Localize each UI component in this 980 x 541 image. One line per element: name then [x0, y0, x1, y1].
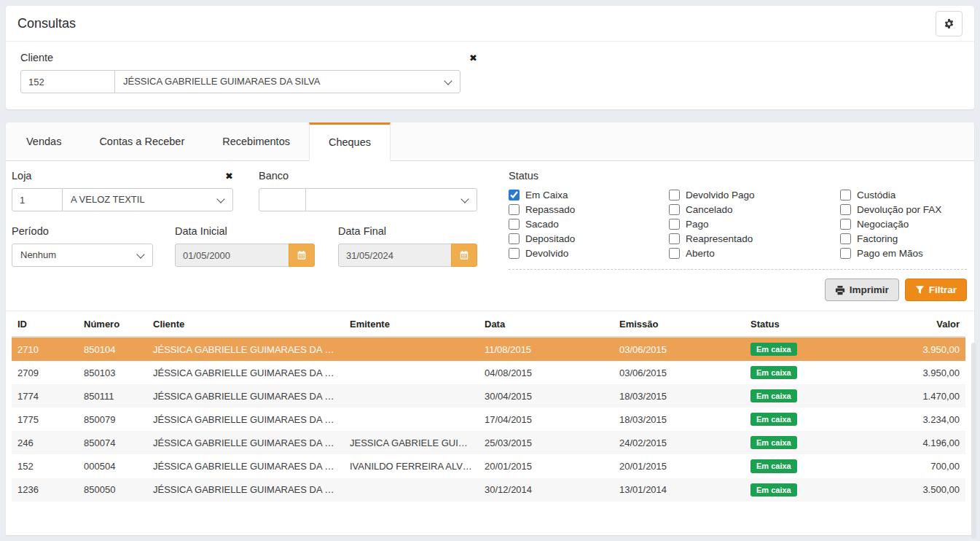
- data-final-filter: Data Final: [338, 225, 477, 267]
- checkbox-aberto[interactable]: [669, 248, 680, 259]
- imprimir-button[interactable]: Imprimir: [825, 279, 899, 301]
- status-option-devolvido[interactable]: Devolvido: [509, 248, 669, 259]
- checkbox-em-caixa[interactable]: [509, 190, 520, 201]
- tab-contas-a-receber[interactable]: Contas a Receber: [80, 122, 203, 160]
- checkbox-devolucao-por-fax[interactable]: [840, 204, 851, 215]
- checkbox-devolvido-pago[interactable]: [669, 190, 680, 201]
- data-inicial-label: Data Inicial: [175, 225, 227, 237]
- cell-status: Em caixa: [745, 361, 850, 384]
- cheques-table: IDNúmeroClienteEmitenteDataEmissãoStatus…: [12, 311, 965, 502]
- checkbox-pago-em-maos[interactable]: [840, 248, 851, 259]
- table-row[interactable]: 1236850050JÉSSICA GABRIELLE GUIMARAES DA…: [12, 478, 965, 502]
- cell-id: 152: [12, 454, 78, 478]
- filter-actions: Imprimir Filtrar: [509, 279, 967, 301]
- table-body: 2710850104JÉSSICA GABRIELLE GUIMARAES DA…: [12, 337, 965, 502]
- checkbox-cancelado[interactable]: [669, 204, 680, 215]
- filter-funnel-icon: [915, 285, 925, 295]
- cell-emissao: 20/01/2015: [614, 454, 745, 478]
- cell-id: 2709: [12, 361, 78, 384]
- column-header-data: Data: [479, 311, 614, 337]
- data-final-input[interactable]: [338, 244, 452, 267]
- status-option-aberto[interactable]: Aberto: [669, 248, 840, 259]
- table-row[interactable]: 1775850079JÉSSICA GABRIELLE GUIMARAES DA…: [12, 408, 965, 431]
- cell-data: 30/12/2014: [479, 478, 614, 502]
- status-option-pago[interactable]: Pago: [669, 219, 840, 230]
- status-options: Em CaixaRepassadoSacadoDepositadoDevolvi…: [509, 190, 967, 259]
- status-option-devolvido-pago[interactable]: Devolvido Pago: [669, 190, 840, 201]
- status-option-em-caixa[interactable]: Em Caixa: [509, 190, 669, 201]
- loja-clear-icon[interactable]: ✖: [225, 171, 233, 181]
- banco-select[interactable]: [305, 188, 477, 211]
- tab-cheques[interactable]: Cheques: [309, 122, 391, 161]
- scrollbar-thumb[interactable]: [971, 343, 976, 538]
- client-clear-icon[interactable]: ✖: [469, 53, 477, 63]
- loja-select[interactable]: A VELOZ TEXTIL: [62, 188, 233, 211]
- status-badge: Em caixa: [750, 483, 797, 497]
- cell-id: 246: [12, 431, 78, 454]
- status-badge: Em caixa: [750, 366, 797, 379]
- data-inicial-input[interactable]: [175, 244, 289, 267]
- checkbox-reapresentado[interactable]: [669, 233, 680, 244]
- tab-recebimentos[interactable]: Recebimentos: [203, 122, 309, 160]
- column-header-numero: Número: [78, 311, 147, 337]
- cell-numero: 850103: [78, 361, 147, 384]
- cell-id: 2710: [12, 337, 78, 361]
- table-row[interactable]: 2710850104JÉSSICA GABRIELLE GUIMARAES DA…: [12, 337, 965, 361]
- table-row[interactable]: 152000504JÉSSICA GABRIELLE GUIMARAES DA …: [12, 454, 965, 478]
- column-header-emissao: Emissão: [614, 311, 745, 337]
- checkbox-custodia[interactable]: [840, 190, 851, 201]
- checkbox-sacado[interactable]: [509, 219, 520, 230]
- status-option-sacado[interactable]: Sacado: [509, 219, 669, 230]
- status-badge: Em caixa: [750, 436, 797, 449]
- checkbox-pago[interactable]: [669, 219, 680, 230]
- status-option-custodia[interactable]: Custódia: [840, 190, 967, 201]
- cell-emissao: 03/06/2015: [614, 361, 745, 384]
- cell-cliente: JÉSSICA GABRIELLE GUIMARAES DA SILVA: [147, 431, 344, 454]
- filters-panel: Loja ✖ A VELOZ TEXTIL Banco: [6, 161, 974, 301]
- status-option-pago-em-maos[interactable]: Pago em Mãos: [840, 248, 967, 259]
- status-option-cancelado[interactable]: Cancelado: [669, 204, 840, 215]
- checkbox-factoring[interactable]: [840, 233, 851, 244]
- cell-id: 1775: [12, 408, 78, 431]
- status-option-negociacao[interactable]: Negociação: [840, 219, 967, 230]
- loja-code-input[interactable]: [12, 188, 63, 211]
- status-option-depositado[interactable]: Depositado: [509, 233, 669, 244]
- column-header-valor: Valor: [850, 311, 965, 337]
- table-row[interactable]: 246850074JÉSSICA GABRIELLE GUIMARAES DA …: [12, 431, 965, 454]
- cell-valor: 3.950,00: [850, 337, 965, 361]
- status-option-repassado[interactable]: Repassado: [509, 204, 669, 215]
- cell-status: Em caixa: [745, 431, 850, 454]
- cell-status: Em caixa: [745, 408, 850, 431]
- settings-button[interactable]: [936, 11, 963, 36]
- checkbox-depositado[interactable]: [509, 233, 520, 244]
- cell-valor: 3.234,00: [850, 408, 965, 431]
- cell-emitente: [344, 408, 479, 431]
- filtrar-button[interactable]: Filtrar: [905, 279, 967, 301]
- status-option-factoring[interactable]: Factoring: [840, 233, 967, 244]
- column-header-id: ID: [12, 311, 78, 337]
- banco-code-input[interactable]: [259, 188, 306, 211]
- checkbox-negociacao[interactable]: [840, 219, 851, 230]
- column-header-cliente: Cliente: [147, 311, 344, 337]
- tab-vendas[interactable]: Vendas: [7, 122, 80, 160]
- gear-icon: [944, 18, 954, 29]
- cell-valor: 4.196,00: [850, 431, 965, 454]
- cell-cliente: JÉSSICA GABRIELLE GUIMARAES DA SILVA: [147, 384, 344, 408]
- table-row[interactable]: 1774850111JÉSSICA GABRIELLE GUIMARAES DA…: [12, 384, 965, 408]
- data-final-calendar-button[interactable]: [451, 244, 477, 267]
- cell-numero: 850104: [78, 337, 147, 361]
- data-inicial-filter: Data Inicial: [175, 225, 315, 267]
- status-option-devolucao-por-fax[interactable]: Devolução por FAX: [840, 204, 967, 215]
- status-option-reapresentado[interactable]: Reapresentado: [669, 233, 840, 244]
- checkbox-repassado[interactable]: [509, 204, 520, 215]
- table-row[interactable]: 2709850103JÉSSICA GABRIELLE GUIMARAES DA…: [12, 361, 965, 384]
- client-select[interactable]: JÉSSICA GABRIELLE GUIMARAES DA SILVA: [114, 70, 460, 93]
- client-label: Cliente: [20, 52, 53, 63]
- periodo-select[interactable]: Nenhum: [12, 244, 153, 267]
- cell-numero: 850111: [78, 384, 147, 408]
- client-code-input[interactable]: [20, 70, 115, 93]
- data-inicial-calendar-button[interactable]: [289, 244, 315, 267]
- printer-icon: [835, 285, 845, 295]
- cell-status: Em caixa: [745, 337, 850, 361]
- checkbox-devolvido[interactable]: [509, 248, 520, 259]
